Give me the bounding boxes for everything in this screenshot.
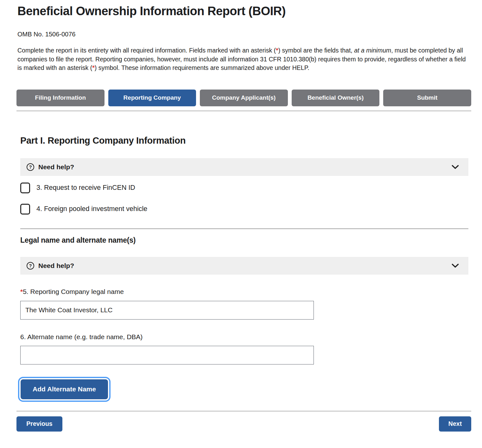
tab-submit[interactable]: Submit: [383, 90, 471, 106]
previous-button[interactable]: Previous: [16, 416, 62, 432]
footer-divider: [16, 411, 471, 412]
required-asterisk: *: [20, 288, 23, 295]
intro-text: ) symbol are the fields that,: [278, 47, 354, 54]
foreign-pooled-checkbox-label: 4. Foreign pooled investment vehicle: [36, 205, 147, 213]
need-help-label: Need help?: [38, 262, 74, 270]
required-asterisk: *: [276, 47, 278, 54]
chevron-down-icon: [452, 264, 459, 268]
chevron-down-icon: [452, 165, 459, 169]
intro-paragraph: Complete the report in its entirety with…: [17, 46, 470, 72]
alternate-name-input[interactable]: [20, 346, 314, 364]
need-help-accordion-legal-name[interactable]: ? Need help?: [20, 257, 468, 275]
legal-name-label-text: 5. Reporting Company legal name: [23, 288, 124, 295]
legal-name-field-label: *5. Reporting Company legal name: [20, 288, 468, 296]
foreign-pooled-checkbox-row: 4. Foreign pooled investment vehicle: [20, 204, 468, 215]
question-circle-icon: ?: [27, 163, 34, 171]
omb-number: OMB No. 1506-0076: [17, 31, 472, 38]
alternate-name-field-label: 6. Alternate name (e.g. trade name, DBA): [20, 333, 468, 341]
need-help-label: Need help?: [38, 163, 74, 171]
form-navigation: Previous Next: [16, 416, 471, 432]
tab-filing-information[interactable]: Filing Information: [16, 90, 105, 106]
legal-name-input[interactable]: [20, 301, 314, 320]
tab-bar-divider: [16, 110, 471, 111]
question-circle-icon: ?: [27, 262, 34, 270]
intro-text: Complete the report in its entirety with…: [17, 47, 276, 54]
required-asterisk: *: [92, 64, 95, 71]
legal-name-section-heading: Legal name and alternate name(s): [20, 236, 468, 245]
foreign-pooled-checkbox[interactable]: [20, 204, 30, 215]
tab-beneficial-owners[interactable]: Beneficial Owner(s): [292, 90, 380, 106]
intro-italic-text: at a minimum: [354, 47, 391, 54]
section-divider: [20, 228, 468, 229]
intro-text: ) symbol. These information requirements…: [95, 64, 309, 71]
page-title: Beneficial Ownership Information Report …: [17, 4, 472, 18]
fincen-id-checkbox-row: 3. Request to receive FinCEN ID: [20, 183, 468, 193]
tab-reporting-company[interactable]: Reporting Company: [108, 90, 196, 106]
fincen-id-checkbox[interactable]: [20, 183, 30, 193]
fincen-id-checkbox-label: 3. Request to receive FinCEN ID: [36, 184, 135, 192]
add-alternate-name-button[interactable]: Add Alternate Name: [21, 379, 108, 399]
next-button[interactable]: Next: [439, 416, 471, 432]
reporting-company-section: Part I. Reporting Company Information ? …: [20, 135, 468, 399]
part1-heading: Part I. Reporting Company Information: [20, 135, 468, 146]
tab-company-applicants[interactable]: Company Applicant(s): [200, 90, 288, 106]
boir-form-page: Beneficial Ownership Information Report …: [0, 0, 482, 435]
tab-bar: Filing Information Reporting Company Com…: [16, 90, 471, 106]
need-help-accordion-part1[interactable]: ? Need help?: [20, 158, 468, 176]
